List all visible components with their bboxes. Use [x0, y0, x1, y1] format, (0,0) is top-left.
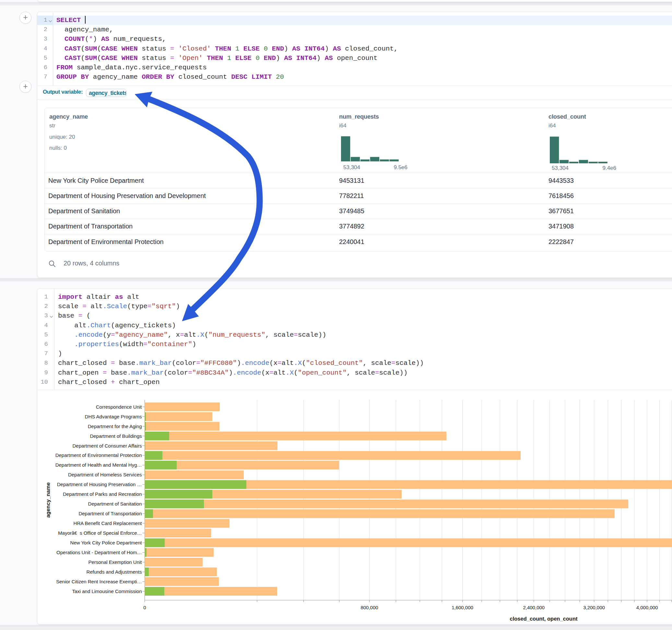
svg-text:Department of Housing Preserva: Department of Housing Preservation … — [57, 482, 142, 487]
svg-text:Department for the Aging: Department for the Aging — [88, 423, 142, 429]
svg-text:Department of Sanitation: Department of Sanitation — [88, 501, 142, 507]
svg-text:800,000: 800,000 — [360, 605, 378, 610]
svg-text:DHS Advantage Programs: DHS Advantage Programs — [85, 414, 142, 419]
svg-text:Refunds and Adjustments: Refunds and Adjustments — [87, 569, 142, 575]
svg-text:Correspondence Unit: Correspondence Unit — [96, 404, 142, 410]
svg-text:Taxi and Limousine Commission: Taxi and Limousine Commission — [72, 588, 142, 594]
svg-text:Operations Unit - Department o: Operations Unit - Department of Hom… — [56, 550, 142, 555]
svg-text:Department of Environmental Pr: Department of Environmental Protection — [55, 453, 142, 458]
svg-text:Mayorâ€ s Office of Special En: Mayorâ€ s Office of Special Enforce… — [58, 530, 142, 536]
svg-text:Department of Transportation: Department of Transportation — [78, 511, 142, 516]
svg-text:Personal Exemption Unit: Personal Exemption Unit — [88, 559, 142, 565]
svg-text:agency_name: agency_name — [45, 482, 51, 517]
svg-text:Department of Homeless Service: Department of Homeless Services — [68, 472, 142, 477]
svg-text:2,400,000: 2,400,000 — [523, 605, 545, 610]
svg-text:Senior Citizen Rent Increase E: Senior Citizen Rent Increase Exempti… — [56, 579, 142, 584]
svg-text:HRA Benefit Card Replacement: HRA Benefit Card Replacement — [74, 520, 142, 526]
svg-text:Department of Consumer Affairs: Department of Consumer Affairs — [73, 443, 142, 449]
svg-text:New York City Police Departmen: New York City Police Department — [70, 540, 142, 546]
svg-text:3,200,000: 3,200,000 — [583, 605, 605, 610]
svg-text:Department of Parks and Recrea: Department of Parks and Recreation — [63, 491, 142, 497]
svg-text:1,600,000: 1,600,000 — [452, 605, 473, 610]
svg-text:Department of Health and Menta: Department of Health and Mental Hyg… — [55, 462, 142, 468]
svg-text:4,000,000: 4,000,000 — [637, 605, 658, 610]
svg-text:Department of Buildings: Department of Buildings — [90, 433, 142, 439]
svg-text:0: 0 — [143, 605, 146, 610]
svg-text:closed_count, open_count: closed_count, open_count — [510, 616, 578, 622]
